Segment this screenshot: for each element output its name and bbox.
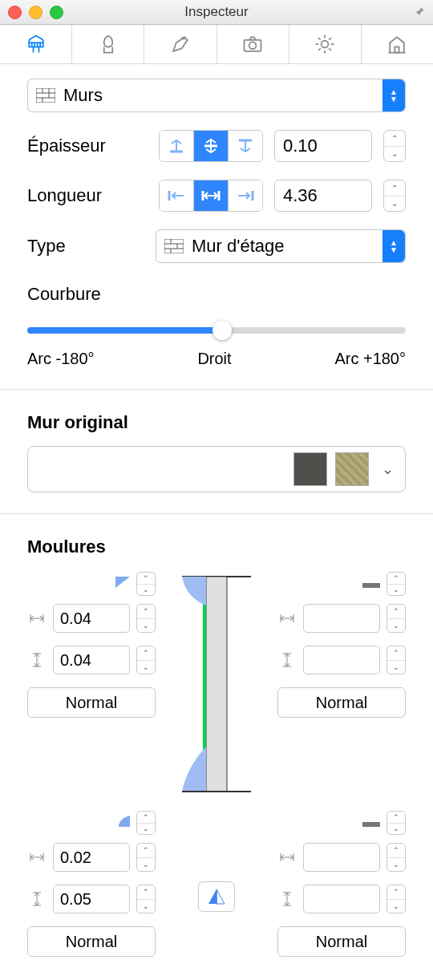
tab-building[interactable] xyxy=(362,25,433,63)
svg-rect-10 xyxy=(362,822,380,827)
svg-rect-7 xyxy=(206,577,227,792)
thickness-mode-center[interactable] xyxy=(194,131,229,161)
type-label: Type xyxy=(27,236,156,257)
length-label: Longueur xyxy=(27,185,148,206)
length-row: Longueur 4.36 ⌃⌄ xyxy=(27,180,406,212)
dropdown-arrows-icon: ▲▼ xyxy=(382,79,405,111)
tab-edit[interactable] xyxy=(144,25,216,63)
thickness-stepper[interactable]: ⌃⌄ xyxy=(383,130,406,162)
profile-icon xyxy=(115,577,130,591)
moulding-tl-width[interactable]: 0.04 xyxy=(53,604,130,633)
profile-stepper[interactable]: ⌃⌄ xyxy=(386,572,406,596)
material-swatch-1[interactable] xyxy=(293,452,327,486)
svg-rect-6 xyxy=(164,239,184,253)
profile-stepper[interactable]: ⌃⌄ xyxy=(386,811,406,835)
moulding-tr-width-stepper[interactable]: ⌃⌄ xyxy=(386,604,406,633)
moulding-br-material[interactable]: Normal xyxy=(277,926,406,957)
width-icon xyxy=(277,614,297,623)
length-mode-segment xyxy=(159,180,263,212)
tab-camera[interactable] xyxy=(217,25,289,63)
chevron-down-icon[interactable]: ⌄ xyxy=(384,147,405,162)
length-field[interactable]: 4.36 xyxy=(274,180,372,212)
pin-icon[interactable] xyxy=(412,5,425,21)
moulding-tl-height[interactable]: 0.04 xyxy=(53,646,130,674)
profile-stepper[interactable]: ⌃⌄ xyxy=(136,572,156,596)
svg-rect-9 xyxy=(362,583,380,588)
chevron-down-icon[interactable]: ⌄ xyxy=(382,460,394,478)
moulding-bl-height[interactable]: 0.05 xyxy=(53,885,130,913)
height-icon xyxy=(27,891,47,907)
moulding-tr-height-stepper[interactable]: ⌃⌄ xyxy=(386,646,406,674)
dropdown-arrows-icon: ▲▼ xyxy=(382,230,405,262)
moulding-bl-width-stepper[interactable]: ⌃⌄ xyxy=(136,843,156,872)
mouldings-bottom: ⌃⌄ 0.02 ⌃⌄ 0.05 ⌃⌄ Normal ⌃⌄ xyxy=(27,811,406,957)
original-wall-title: Mur original xyxy=(27,412,406,433)
close-icon[interactable] xyxy=(8,6,22,19)
moulding-bl-height-stepper[interactable]: ⌃⌄ xyxy=(136,885,156,913)
original-wall-panel[interactable]: ⌄ xyxy=(27,446,406,492)
chevron-down-icon[interactable]: ⌄ xyxy=(384,196,405,212)
wall-preview xyxy=(167,572,266,796)
moulding-bl-material[interactable]: Normal xyxy=(27,926,156,957)
length-stepper[interactable]: ⌃⌄ xyxy=(383,180,406,212)
curvature-label: Courbure xyxy=(27,284,406,305)
moulding-bottom-right: ⌃⌄ ⌃⌄ ⌃⌄ Normal xyxy=(277,811,406,957)
chevron-up-icon[interactable]: ⌃ xyxy=(384,131,405,147)
tabbar xyxy=(0,25,433,64)
length-mode-right[interactable] xyxy=(229,180,262,211)
curvature-max: Arc +180° xyxy=(334,350,406,368)
svg-point-3 xyxy=(322,41,329,48)
curvature-section: Courbure Arc -180° Droit Arc +180° xyxy=(27,284,406,368)
width-icon xyxy=(27,614,47,623)
mouldings-top: ⌃⌄ 0.04 ⌃⌄ 0.04 ⌃⌄ Normal xyxy=(27,572,406,796)
moulding-tr-height[interactable] xyxy=(303,646,380,674)
object-type-dropdown[interactable]: Murs ▲▼ xyxy=(27,79,406,112)
curvature-slider[interactable] xyxy=(27,327,406,334)
flip-button[interactable] xyxy=(198,881,235,912)
svg-rect-4 xyxy=(395,47,399,53)
zoom-icon[interactable] xyxy=(50,6,63,19)
flip-area xyxy=(167,811,266,957)
wall-type-dropdown[interactable]: Mur d'étage ▲▼ xyxy=(156,229,406,263)
svg-point-2 xyxy=(249,42,257,49)
thickness-mode-down[interactable] xyxy=(229,131,262,161)
wall-icon xyxy=(164,239,184,253)
thickness-row: Épaisseur 0.10 ⌃⌄ xyxy=(27,130,406,162)
slider-thumb[interactable] xyxy=(212,321,232,340)
height-icon xyxy=(277,652,297,668)
material-swatch-2[interactable] xyxy=(335,452,369,486)
curvature-mid: Droit xyxy=(197,350,231,368)
titlebar: Inspecteur xyxy=(0,0,433,25)
thickness-mode-up[interactable] xyxy=(160,131,194,161)
moulding-br-height-stepper[interactable]: ⌃⌄ xyxy=(386,885,406,913)
thickness-label: Épaisseur xyxy=(27,136,148,156)
moulding-br-height[interactable] xyxy=(303,885,380,913)
moulding-top-left: ⌃⌄ 0.04 ⌃⌄ 0.04 ⌃⌄ Normal xyxy=(27,572,156,796)
tab-materials[interactable] xyxy=(72,25,144,63)
tab-measure[interactable] xyxy=(0,25,72,63)
moulding-br-width-stepper[interactable]: ⌃⌄ xyxy=(386,843,406,872)
length-mode-left[interactable] xyxy=(160,180,194,211)
minimize-icon[interactable] xyxy=(29,6,42,19)
profile-stepper[interactable]: ⌃⌄ xyxy=(136,811,156,835)
wall-icon xyxy=(36,88,55,103)
moulding-tl-material[interactable]: Normal xyxy=(27,687,156,718)
moulding-tl-width-stepper[interactable]: ⌃⌄ xyxy=(136,604,156,633)
height-icon xyxy=(27,652,47,668)
moulding-bl-width[interactable]: 0.02 xyxy=(53,843,130,872)
height-icon xyxy=(277,891,297,907)
tab-lighting[interactable] xyxy=(289,25,362,63)
thickness-field[interactable]: 0.10 xyxy=(274,130,372,162)
length-mode-center[interactable] xyxy=(194,180,229,211)
slider-fill xyxy=(27,327,216,334)
curvature-min: Arc -180° xyxy=(27,350,95,368)
moulding-tl-height-stepper[interactable]: ⌃⌄ xyxy=(136,646,156,674)
object-type-label: Murs xyxy=(63,85,103,106)
moulding-tr-width[interactable] xyxy=(303,604,380,633)
profile-icon xyxy=(362,577,380,591)
width-icon xyxy=(277,852,297,862)
moulding-tr-material[interactable]: Normal xyxy=(277,687,406,718)
chevron-up-icon[interactable]: ⌃ xyxy=(384,180,405,196)
moulding-br-width[interactable] xyxy=(303,843,380,872)
moulding-top-right: ⌃⌄ ⌃⌄ ⌃⌄ Normal xyxy=(277,572,406,796)
